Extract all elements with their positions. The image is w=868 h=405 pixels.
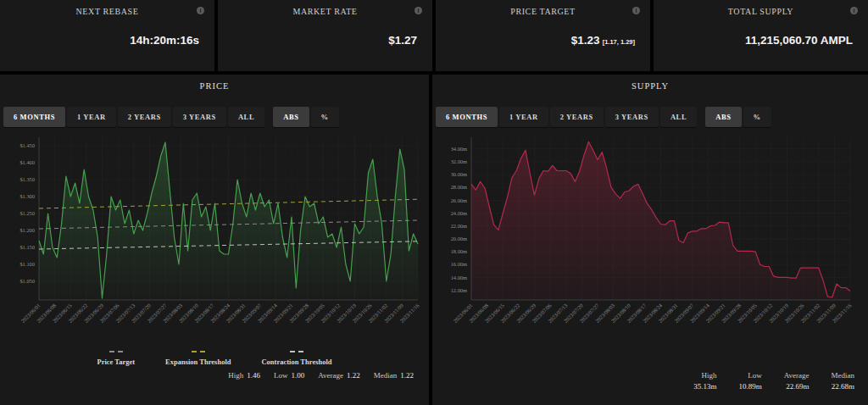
y-tick-label: 18.00m xyxy=(451,248,467,254)
chart-legend xyxy=(432,346,868,368)
price-chart[interactable]: 2023/06/012023/06/082023/06/152023/06/22… xyxy=(5,130,424,344)
stat-label: Average xyxy=(318,371,343,380)
stat-median: Median22.68m xyxy=(832,371,855,391)
legend-label: Expansion Threshold xyxy=(165,358,231,366)
chart-stats: High35.13mLow10.89mAverage22.69mMedian22… xyxy=(432,371,868,391)
stat-value: 35.13m xyxy=(693,382,716,391)
stat-label: Median xyxy=(832,371,855,380)
stat-value: 1.22 xyxy=(347,371,360,380)
mode-button-%[interactable]: % xyxy=(311,107,339,127)
supply-toolbar: 6 MONTHS1 YEAR2 YEARS3 YEARSALL ABS% xyxy=(436,107,868,127)
card-label: TOTAL SUPPLY xyxy=(654,7,868,16)
y-tick-label: $1.350 xyxy=(19,176,35,182)
legend-item-price-target: Price Target xyxy=(97,346,135,368)
stat-value: 10.89m xyxy=(738,382,761,391)
range-button-3-years[interactable]: 3 YEARS xyxy=(173,107,226,127)
stat-value: 22.68m xyxy=(832,382,855,391)
range-button-6-months[interactable]: 6 MONTHS xyxy=(436,107,498,127)
range-button-2-years[interactable]: 2 YEARS xyxy=(550,107,604,127)
mode-button-%[interactable]: % xyxy=(743,107,771,127)
supply-panel: SUPPLY 6 MONTHS1 YEAR2 YEARS3 YEARSALL A… xyxy=(432,75,868,405)
y-tick-label: $1.300 xyxy=(19,193,35,199)
mode-buttons: ABS% xyxy=(273,107,340,127)
stat-value: 1.00 xyxy=(291,371,304,380)
y-tick-label: 12.00m xyxy=(451,287,467,293)
stat-low: Low10.89m xyxy=(738,371,761,391)
legend-label: Contraction Threshold xyxy=(261,358,331,366)
stat-cards: NEXT REBASE i 14h:20m:16s MARKET RATE i … xyxy=(0,0,868,71)
mode-button-abs[interactable]: ABS xyxy=(705,107,741,127)
info-icon[interactable]: i xyxy=(415,7,422,14)
info-icon[interactable]: i xyxy=(632,7,640,14)
range-button-all[interactable]: ALL xyxy=(660,107,697,127)
y-tick-label: $1.450 xyxy=(19,142,35,148)
card-label: MARKET RATE xyxy=(218,7,432,16)
market-rate-value: $1.27 xyxy=(388,34,417,47)
stat-average: Average1.22 xyxy=(318,371,360,380)
info-icon[interactable]: i xyxy=(850,7,858,14)
card-label: PRICE TARGET xyxy=(436,7,650,16)
legend-dash-icon xyxy=(190,346,207,354)
y-tick-label: 14.00m xyxy=(451,275,467,280)
ampleforth-dashboard: NEXT REBASE i 14h:20m:16s MARKET RATE i … xyxy=(0,0,868,405)
y-tick-label: 30.00m xyxy=(451,171,467,177)
price-panel-title: PRICE xyxy=(0,81,429,92)
y-tick-label: $1.200 xyxy=(19,227,35,233)
chart-stats: High1.46Low1.00Average1.22Median1.22 xyxy=(0,371,429,380)
range-button-6-months[interactable]: 6 MONTHS xyxy=(3,107,65,127)
range-buttons: 6 MONTHS1 YEAR2 YEARS3 YEARSALL xyxy=(436,107,698,127)
y-tick-label: $1.150 xyxy=(19,244,35,250)
mode-buttons: ABS% xyxy=(705,107,772,127)
stat-average: Average22.69m xyxy=(784,371,810,391)
stat-label: Median xyxy=(374,371,398,380)
card-label: NEXT REBASE xyxy=(0,7,214,16)
supply-chart[interactable]: 2023/06/012023/06/082023/06/152023/06/22… xyxy=(437,130,856,344)
stat-label: High xyxy=(693,371,716,380)
y-tick-label: 24.00m xyxy=(451,210,467,216)
stat-label: Average xyxy=(784,371,810,380)
range-button-all[interactable]: ALL xyxy=(228,107,264,127)
card-price-target: PRICE TARGET i $1.23[1.17, 1.29] xyxy=(436,0,650,71)
y-tick-label: $1.050 xyxy=(19,278,35,284)
next-rebase-value: 14h:20m:16s xyxy=(130,34,199,47)
range-button-1-year[interactable]: 1 YEAR xyxy=(67,107,116,127)
total-supply-value: 11,215,060.70 AMPL xyxy=(745,34,853,47)
legend-dash-icon xyxy=(108,346,125,354)
y-tick-label: 28.00m xyxy=(451,184,467,190)
price-target-main: $1.23 xyxy=(571,34,600,47)
legend-label: Price Target xyxy=(97,358,135,366)
stat-high: High1.46 xyxy=(228,371,260,380)
range-button-1-year[interactable]: 1 YEAR xyxy=(499,107,548,127)
price-target-value: $1.23[1.17, 1.29] xyxy=(571,34,635,47)
y-tick-label: 16.00m xyxy=(451,261,467,267)
y-tick-label: $1.250 xyxy=(19,210,35,216)
y-tick-label: 22.00m xyxy=(451,223,467,229)
mode-button-abs[interactable]: ABS xyxy=(273,107,309,127)
range-button-3-years[interactable]: 3 YEARS xyxy=(605,107,659,127)
legend-item-contraction-threshold: Contraction Threshold xyxy=(261,346,331,368)
range-buttons: 6 MONTHS1 YEAR2 YEARS3 YEARSALL xyxy=(3,107,266,127)
legend-dash-icon xyxy=(288,346,305,354)
card-market-rate: MARKET RATE i $1.27 xyxy=(218,0,432,71)
stat-value: 1.22 xyxy=(400,371,414,380)
y-tick-label: $1.100 xyxy=(19,261,35,267)
y-tick-label: $1.400 xyxy=(19,159,35,165)
price-target-range: [1.17, 1.29] xyxy=(603,38,635,46)
chart-panels: PRICE 6 MONTHS1 YEAR2 YEARS3 YEARSALL AB… xyxy=(0,75,868,405)
range-button-2-years[interactable]: 2 YEARS xyxy=(118,107,171,127)
stat-value: 22.69m xyxy=(784,382,810,391)
stat-label: Low xyxy=(738,371,761,380)
legend-item-expansion-threshold: Expansion Threshold xyxy=(165,346,231,368)
y-tick-label: 26.00m xyxy=(451,197,467,203)
price-toolbar: 6 MONTHS1 YEAR2 YEARS3 YEARSALL ABS% xyxy=(3,107,429,127)
stat-value: 1.46 xyxy=(247,371,260,380)
stat-median: Median1.22 xyxy=(374,371,414,380)
card-next-rebase: NEXT REBASE i 14h:20m:16s xyxy=(0,0,214,71)
chart-legend: Price TargetExpansion ThresholdContracti… xyxy=(0,346,429,368)
stat-low: Low1.00 xyxy=(274,371,304,380)
y-tick-label: 32.00m xyxy=(451,158,467,164)
stat-label: High xyxy=(228,371,243,380)
info-icon[interactable]: i xyxy=(197,7,204,14)
y-tick-label: 20.00m xyxy=(451,236,467,241)
stat-high: High35.13m xyxy=(693,371,716,391)
